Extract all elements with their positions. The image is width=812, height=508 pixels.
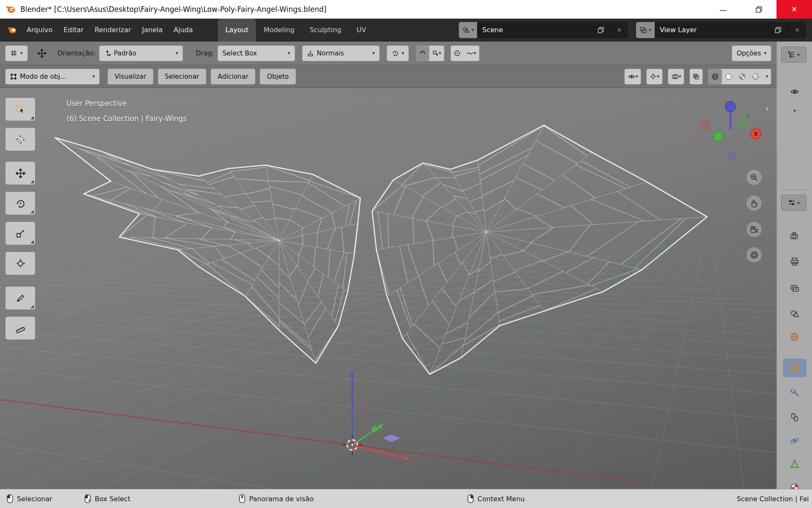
chevron-down-icon: ▾ (797, 52, 800, 57)
gizmo-icon (650, 73, 657, 80)
tab-world-properties[interactable] (788, 331, 801, 343)
menu-editar[interactable]: Editar (58, 23, 89, 36)
scene-new-button[interactable] (591, 22, 610, 38)
gizmo-y-minus-ball[interactable] (713, 132, 723, 141)
tab-object-properties[interactable] (783, 359, 807, 377)
outliner-visibility-eye[interactable] (788, 85, 801, 98)
tab-modeling[interactable]: Modeling (256, 19, 302, 41)
active-collection-label: (6) Scene Collection | Fairy-Wings (66, 114, 187, 123)
object-mode-icon (10, 73, 17, 80)
view-layer-remove-button[interactable]: ✕ (788, 22, 806, 38)
wing-left-wireframe (55, 138, 360, 363)
grid-sphere-icon (750, 251, 759, 260)
tab-physics-properties[interactable] (788, 434, 801, 447)
mesh-data-icon (790, 459, 800, 469)
menu-selecionar[interactable]: Selecionar (158, 69, 206, 85)
tab-view-layer-properties[interactable] (788, 282, 801, 295)
object-square-icon (790, 363, 800, 373)
viewport-3d[interactable]: User Perspective (6) Scene Collection | … (0, 88, 776, 489)
view-layer-name-field[interactable]: View Layer (655, 22, 768, 38)
tab-sculpting[interactable]: Sculpting (302, 19, 349, 41)
properties-editor-button[interactable]: ▾ (781, 195, 807, 211)
menu-visualizar[interactable]: Visualizar (107, 69, 154, 85)
move-gizmo-icon[interactable] (37, 49, 47, 58)
tab-modifier-properties[interactable] (788, 386, 801, 399)
pan-button[interactable] (746, 196, 762, 211)
tool-rotate[interactable] (5, 191, 36, 215)
collapse-left-icon: ‹ (765, 103, 769, 113)
tab-scene-properties[interactable] (788, 307, 801, 320)
view-layer-browse-button[interactable]: ▾ (636, 22, 655, 38)
tab-render-properties[interactable] (788, 229, 801, 242)
drag-dropdown[interactable]: Select Box ▾ (217, 45, 295, 61)
snapping-group: ▾ (416, 45, 444, 61)
mode-dropdown[interactable]: Modo de obj... ▾ (5, 69, 100, 85)
visibility-dropdown[interactable]: ▾ (624, 69, 642, 85)
shading-rendered-button[interactable] (749, 69, 763, 84)
blender-menu-logo-icon[interactable] (6, 26, 18, 34)
gizmo-z-minus-ball[interactable] (727, 152, 736, 160)
proportional-edit-toggle[interactable] (451, 46, 464, 61)
printer-icon (790, 257, 800, 267)
shading-wireframe-button[interactable] (708, 69, 722, 84)
region-collapse-arrow[interactable]: ‹ (765, 103, 769, 113)
tool-annotate[interactable] (5, 286, 36, 310)
editor-type-button[interactable]: ▾ (5, 45, 28, 61)
hand-icon (750, 199, 759, 208)
mouse-middle-icon (239, 494, 245, 503)
options-dropdown[interactable]: Opções ▾ (732, 45, 771, 61)
snap-toggle[interactable] (416, 46, 429, 61)
gizmo-z-plus-ball[interactable] (725, 102, 735, 112)
shading-material-button[interactable] (735, 69, 749, 84)
menu-janela[interactable]: Janela (137, 23, 168, 36)
menu-arquivo[interactable]: Arquivo (21, 23, 58, 36)
gizmos-dropdown[interactable]: ▾ (646, 69, 663, 85)
viewport-canvas[interactable] (0, 88, 776, 489)
tool-transform[interactable] (5, 251, 36, 275)
tool-move[interactable] (5, 161, 36, 185)
shading-solid-button[interactable] (722, 69, 735, 84)
mode-value: Modo de obj... (20, 73, 89, 80)
chain-links-icon (790, 412, 800, 422)
scene-unlink-button[interactable]: ✕ (610, 22, 628, 38)
outliner-editor-button[interactable]: ▾ (781, 47, 807, 63)
outliner-filter-dropdown[interactable]: ▾ (788, 104, 801, 117)
menu-ajuda[interactable]: Ajuda (168, 23, 199, 36)
proportional-falloff-dropdown[interactable]: ▾ (464, 46, 479, 61)
tab-object-data-properties[interactable] (788, 458, 801, 470)
orientation-dropdown[interactable]: Padrão ▾ (99, 45, 183, 61)
status-box-select-hint: Box Select (85, 489, 130, 508)
menu-renderizar[interactable]: Renderizar (89, 23, 137, 36)
tool-select-box[interactable] (5, 97, 36, 121)
menu-objeto[interactable]: Objeto (260, 69, 296, 85)
gizmo-x-minus-ball[interactable] (701, 121, 709, 130)
remove-icon: ✕ (795, 27, 800, 33)
tab-constraint-properties[interactable] (788, 411, 801, 424)
menu-adicionar[interactable]: Adicionar (211, 69, 255, 85)
tab-uv[interactable]: UV (349, 19, 374, 41)
close-button[interactable]: ✕ (776, 0, 812, 19)
scene-selector: ▾ Scene ✕ (459, 22, 628, 38)
snap-settings-dropdown[interactable]: ▾ (429, 46, 444, 61)
snap-to-dropdown[interactable]: Normais ▾ (302, 45, 380, 61)
xray-toggle[interactable] (689, 69, 703, 85)
gizmo-y-plus-ball[interactable] (738, 119, 747, 127)
scene-browse-button[interactable]: ▾ (459, 22, 477, 38)
zoom-button[interactable] (746, 170, 762, 185)
tool-measure[interactable] (5, 316, 36, 340)
shading-options-dropdown[interactable]: ▾ (763, 69, 771, 84)
camera-view-button[interactable] (746, 222, 762, 237)
transform-pivot-dropdown[interactable]: ▾ (387, 45, 409, 61)
tab-layout[interactable]: Layout (218, 19, 256, 41)
view-layer-new-button[interactable] (768, 22, 788, 38)
minimize-button[interactable]: — (705, 0, 741, 19)
view-perspective-label: User Perspective (66, 99, 127, 108)
tab-output-properties[interactable] (788, 255, 801, 268)
overlays-dropdown[interactable]: ▾ (668, 69, 685, 85)
tool-cursor[interactable] (5, 127, 36, 151)
maximize-button[interactable] (741, 0, 776, 19)
scene-name-field[interactable]: Scene (477, 22, 591, 38)
tool-scale[interactable] (5, 221, 36, 245)
toggle-perspective-button[interactable] (746, 247, 762, 262)
navigation-gizmo[interactable]: Y X (699, 100, 762, 163)
